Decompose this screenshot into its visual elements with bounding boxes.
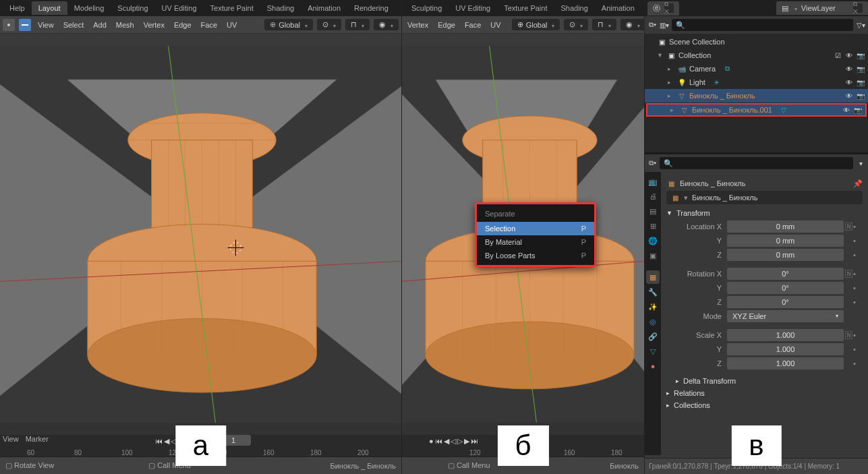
transform-orientation-dropdown[interactable]: ⊕Global bbox=[264, 19, 313, 30]
workspace-sculpting[interactable]: Sculpting bbox=[111, 1, 154, 15]
separate-selection-item[interactable]: Selection P bbox=[477, 222, 594, 235]
timeline-view-menu[interactable]: View bbox=[3, 435, 19, 443]
transform-header[interactable]: ▼Transform bbox=[666, 207, 863, 219]
location-x-input[interactable]: 0 mm bbox=[727, 220, 844, 233]
lock-icon[interactable]: • bbox=[853, 270, 863, 278]
checkbox-icon[interactable]: ☑ bbox=[833, 51, 842, 60]
editor-type-dropdown[interactable]: ⧉▾ bbox=[647, 158, 657, 168]
rotation-y-input[interactable]: 0° bbox=[727, 282, 844, 294]
disclosure-icon[interactable]: ▼ bbox=[657, 52, 664, 59]
filter-button[interactable]: ▽▾ bbox=[856, 20, 865, 30]
properties-search-input[interactable]: 🔍 bbox=[660, 157, 853, 169]
camera-icon[interactable]: 📷 bbox=[856, 78, 865, 87]
menu-add[interactable]: Add bbox=[90, 21, 109, 29]
workspace-layout[interactable]: Layout bbox=[32, 1, 67, 15]
world-tab[interactable]: 🌐 bbox=[646, 234, 660, 247]
transform-orientation-dropdown[interactable]: ⊕Global bbox=[512, 19, 560, 30]
menu-help[interactable]: Help bbox=[3, 1, 32, 15]
workspace-texturepaint[interactable]: Texture Paint bbox=[497, 1, 554, 15]
modifiers-tab[interactable]: 🔧 bbox=[646, 285, 660, 299]
collection-tab[interactable]: ▣ bbox=[646, 249, 660, 262]
select-mode-vertex-button[interactable] bbox=[3, 19, 15, 31]
workspace-animation[interactable]: Animation bbox=[595, 1, 641, 15]
collection-row[interactable]: ▼ ▣ Collection ☑👁📷 bbox=[645, 49, 868, 62]
disclosure-icon[interactable]: ▸ bbox=[668, 79, 674, 86]
constraints-tab[interactable]: 🔗 bbox=[646, 330, 660, 343]
scale-y-input[interactable]: 1.000 bbox=[727, 343, 844, 355]
scene-collection-row[interactable]: ▣ Scene Collection bbox=[645, 35, 868, 49]
object-tab[interactable]: ▦ bbox=[646, 270, 660, 284]
rotation-mode-dropdown[interactable]: XYZ Euler▾ bbox=[727, 310, 844, 322]
relations-header[interactable]: ▸Relations bbox=[666, 387, 863, 399]
binokl-row[interactable]: ▸ ▽ Бинокль _ Бинокль 👁📷 bbox=[645, 89, 868, 102]
datablock-selector[interactable]: ▦▾ Бинокль _ Бинокль bbox=[666, 191, 863, 204]
eye-icon[interactable]: 👁 bbox=[844, 64, 854, 73]
material-tab[interactable]: ● bbox=[646, 359, 660, 373]
menu-mesh[interactable]: Mesh bbox=[113, 21, 137, 29]
workspace-animation[interactable]: Animation bbox=[301, 1, 347, 15]
display-mode-dropdown[interactable]: ⧉▾ bbox=[647, 20, 657, 30]
menu-uv[interactable]: UV bbox=[224, 21, 239, 29]
menu-view[interactable]: View bbox=[35, 21, 57, 29]
3d-viewport-b[interactable]: Separate Selection P By Material P By Lo… bbox=[402, 34, 644, 435]
3d-viewport[interactable] bbox=[0, 34, 401, 435]
eye-icon[interactable]: 👁 bbox=[844, 91, 854, 100]
mesh-tab[interactable]: ▽ bbox=[646, 345, 660, 358]
render-tab[interactable]: 📺 bbox=[646, 175, 660, 188]
menu-select[interactable]: Select bbox=[61, 21, 87, 29]
viewlayer-tab[interactable]: ▤ViewLayer⧉ ✕ bbox=[776, 1, 868, 15]
scene-tab[interactable]: ⊞ bbox=[646, 219, 660, 233]
separate-material-item[interactable]: By Material P bbox=[477, 235, 594, 249]
viewlayer-tab[interactable]: ▤ bbox=[646, 204, 660, 218]
outliner-search-input[interactable]: 🔍 bbox=[672, 19, 853, 31]
workspace-rendering[interactable]: Rendering bbox=[347, 1, 395, 15]
workspace-sculpting[interactable]: Sculpting bbox=[405, 1, 449, 15]
physics-tab[interactable]: ◎ bbox=[646, 315, 660, 328]
view-dropdown[interactable]: ▥▾ bbox=[660, 20, 669, 30]
camera-icon[interactable]: 📷 bbox=[856, 64, 865, 73]
timeline-marker-menu[interactable]: Marker bbox=[26, 435, 49, 443]
menu-edge[interactable]: Edge bbox=[435, 21, 458, 29]
menu-edge[interactable]: Edge bbox=[171, 21, 194, 29]
menu-face[interactable]: Face bbox=[198, 21, 220, 29]
separate-loose-item[interactable]: By Loose Parts P bbox=[477, 249, 594, 262]
binokl001-row[interactable]: ▸ ▽ Бинокль _ Бинокль.001 ▽ 👁📷 bbox=[646, 103, 867, 117]
location-y-input[interactable]: 0 mm bbox=[727, 235, 844, 247]
proportional-edit-dropdown[interactable]: ◉ bbox=[620, 19, 645, 30]
animate-icon[interactable]: 🇳 bbox=[844, 223, 853, 231]
location-z-input[interactable]: 0 mm bbox=[727, 249, 844, 261]
workspace-uvediting[interactable]: UV Editing bbox=[449, 1, 497, 15]
disclosure-icon[interactable]: ▸ bbox=[668, 92, 674, 99]
disclosure-icon[interactable]: ▸ bbox=[668, 65, 674, 72]
camera-icon[interactable]: 📷 bbox=[853, 105, 863, 115]
close-icon[interactable]: ⧉ ✕ bbox=[664, 3, 674, 13]
menu-uv[interactable]: UV bbox=[488, 21, 503, 29]
select-mode-edge-button[interactable] bbox=[19, 19, 31, 31]
pivot-dropdown[interactable]: ⊙ bbox=[317, 19, 341, 30]
lock-icon[interactable]: • bbox=[853, 223, 863, 231]
delta-transform-header[interactable]: ▸Delta Transform bbox=[666, 375, 863, 387]
camera-icon[interactable]: 📷 bbox=[856, 91, 865, 100]
animate-icon[interactable]: 🇳 bbox=[844, 270, 853, 278]
menu-vertex[interactable]: Vertex bbox=[141, 21, 167, 29]
scale-z-input[interactable]: 1.000 bbox=[727, 357, 844, 369]
options-dropdown[interactable]: ▾ bbox=[856, 158, 865, 168]
particles-tab[interactable]: ✨ bbox=[646, 300, 660, 314]
animate-icon[interactable]: 🇳 bbox=[844, 331, 853, 339]
rotation-x-input[interactable]: 0° bbox=[727, 268, 844, 280]
workspace-uvediting[interactable]: UV Editing bbox=[155, 1, 204, 15]
menu-vertex[interactable]: Vertex bbox=[405, 21, 431, 29]
snap-dropdown[interactable]: ⊓ bbox=[592, 19, 616, 30]
workspace-shading[interactable]: Shading bbox=[260, 1, 301, 15]
outliner-tree[interactable]: ▣ Scene Collection ▼ ▣ Collection ☑👁📷 ▸ … bbox=[645, 34, 868, 119]
collections-header[interactable]: ▸Collections bbox=[666, 399, 863, 411]
workspace-shading[interactable]: Shading bbox=[554, 1, 594, 15]
eye-icon[interactable]: 👁 bbox=[844, 78, 854, 87]
close-icon[interactable]: ⧉ ✕ bbox=[853, 3, 863, 13]
pin-icon[interactable]: 📌 bbox=[853, 179, 863, 188]
workspace-texturepaint[interactable]: Texture Paint bbox=[204, 1, 260, 15]
rotation-z-input[interactable]: 0° bbox=[727, 296, 844, 308]
camera-row[interactable]: ▸ 📹 Camera ⧉ 👁📷 bbox=[645, 62, 868, 76]
eye-icon[interactable]: 👁 bbox=[844, 51, 854, 60]
snap-dropdown[interactable]: ⊓ bbox=[345, 19, 370, 30]
